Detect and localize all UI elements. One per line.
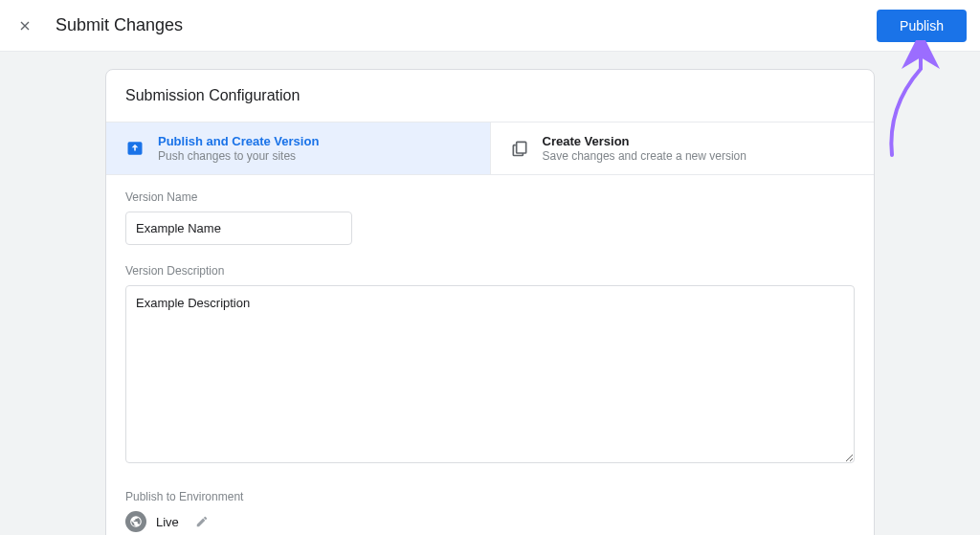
upload-icon <box>125 139 145 158</box>
version-description-input[interactable] <box>125 285 855 463</box>
pencil-icon[interactable] <box>194 514 210 529</box>
tab-publish-title: Publish and Create Version <box>158 134 319 148</box>
close-icon[interactable] <box>13 14 36 37</box>
environment-name: Live <box>156 515 179 529</box>
globe-icon <box>125 511 146 532</box>
version-name-input[interactable] <box>125 212 352 245</box>
svg-rect-0 <box>516 142 525 153</box>
tab-publish-create-version[interactable]: Publish and Create Version Push changes … <box>106 123 491 174</box>
publish-environment-label: Publish to Environment <box>125 490 855 503</box>
version-description-label: Version Description <box>125 264 855 278</box>
publish-button[interactable]: Publish <box>877 10 967 42</box>
page-title: Submit Changes <box>56 15 183 35</box>
tab-publish-subtitle: Push changes to your sites <box>158 149 319 163</box>
version-name-label: Version Name <box>125 190 855 204</box>
tab-create-version[interactable]: Create Version Save changes and create a… <box>491 123 875 174</box>
tab-create-title: Create Version <box>543 134 746 148</box>
copy-icon <box>510 139 529 158</box>
card-title: Submission Configuration <box>106 70 874 123</box>
tab-create-subtitle: Save changes and create a new version <box>543 149 746 163</box>
